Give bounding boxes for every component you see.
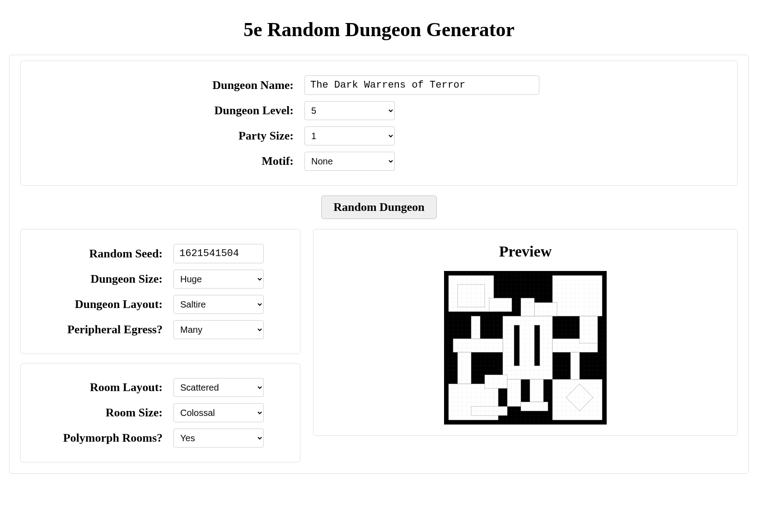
dungeon-name-label: Dungeon Name:	[33, 79, 304, 92]
svg-rect-10	[458, 352, 471, 384]
party-size-select[interactable]: 1	[304, 126, 395, 145]
motif-select[interactable]: None	[304, 152, 395, 171]
polymorph-rooms-label: Polymorph Rooms?	[33, 431, 173, 445]
motif-label: Motif:	[33, 154, 304, 168]
room-group: Room Layout: Scattered Room Size: Coloss…	[20, 363, 300, 462]
random-seed-label: Random Seed:	[33, 247, 173, 261]
peripheral-egress-select[interactable]: Many	[173, 320, 264, 339]
room-layout-label: Room Layout:	[33, 381, 173, 394]
dungeon-layout-label: Dungeon Layout:	[33, 298, 173, 311]
page-title: 5e Random Dungeon Generator	[9, 18, 749, 41]
party-size-label: Party Size:	[33, 129, 304, 143]
svg-rect-14	[485, 375, 507, 388]
dungeon-map-preview	[444, 271, 607, 425]
random-seed-input[interactable]	[173, 244, 264, 263]
svg-rect-7	[514, 325, 519, 366]
dungeon-size-label: Dungeon Size:	[33, 272, 173, 286]
dungeon-level-label: Dungeon Level:	[33, 104, 304, 117]
svg-rect-4	[489, 298, 512, 312]
random-dungeon-button[interactable]: Random Dungeon	[321, 196, 437, 219]
dungeon-basic-group: Dungeon Name: Dungeon Level: 5 Party Siz…	[20, 61, 738, 186]
polymorph-rooms-select[interactable]: Yes	[173, 429, 264, 448]
preview-panel: Preview	[313, 229, 738, 436]
svg-rect-9	[453, 339, 503, 352]
dungeon-level-select[interactable]: 5	[304, 101, 395, 120]
dungeon-shape-group: Random Seed: Dungeon Size: Huge Dungeon …	[20, 229, 300, 354]
room-size-select[interactable]: Colossal	[173, 403, 264, 422]
generator-panel: Dungeon Name: Dungeon Level: 5 Party Siz…	[9, 55, 749, 474]
svg-rect-3	[552, 275, 602, 316]
dungeon-size-select[interactable]: Huge	[173, 270, 264, 289]
peripheral-egress-label: Peripheral Egress?	[33, 323, 173, 336]
svg-rect-5	[534, 303, 557, 316]
preview-title: Preview	[324, 243, 726, 260]
room-size-label: Room Size:	[33, 406, 173, 420]
svg-rect-18	[530, 379, 543, 402]
room-layout-select[interactable]: Scattered	[173, 378, 264, 397]
dungeon-name-input[interactable]	[304, 75, 539, 95]
dungeon-layout-select[interactable]: Saltire	[173, 295, 264, 314]
